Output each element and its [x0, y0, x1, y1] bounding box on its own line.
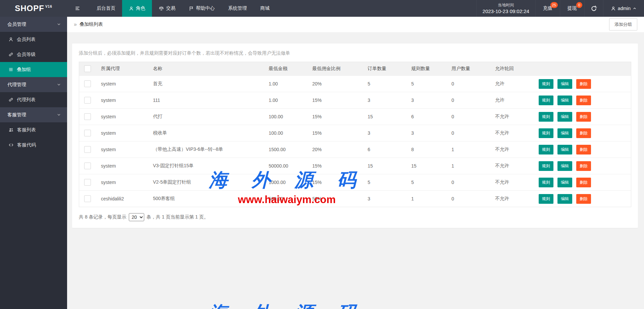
row-checkbox-cell	[79, 179, 96, 186]
row-checkbox[interactable]	[84, 146, 91, 153]
sidebar-item-member-list[interactable]: 会员列表	[0, 32, 67, 47]
cell-cycle: 不允许	[490, 179, 534, 185]
edit-button[interactable]: 编辑	[557, 128, 572, 138]
row-checkbox-cell	[79, 97, 96, 104]
table-row: system1111.0015%330允许规则编辑删除	[79, 92, 631, 108]
sidebar-item-service-list[interactable]: 客服列表	[0, 122, 67, 137]
row-checkbox[interactable]	[84, 163, 91, 169]
cell-rules: 1	[406, 196, 446, 201]
cell-orders: 15	[363, 163, 406, 169]
cell-ratio: 15%	[307, 98, 363, 103]
cell-ratio: 20%	[307, 81, 363, 86]
rules-button[interactable]: 规则	[539, 128, 553, 138]
edit-button[interactable]: 编辑	[557, 145, 572, 154]
local-time-value: 2023-10-23 09:02:24	[483, 8, 529, 14]
rules-button[interactable]: 规则	[539, 194, 553, 204]
rules-button[interactable]: 规则	[539, 161, 553, 171]
cell-name: 首充	[148, 81, 264, 87]
delete-button[interactable]: 删除	[576, 128, 591, 138]
row-checkbox[interactable]	[84, 97, 91, 104]
sidebar-item-member-level[interactable]: 会员等级	[0, 47, 67, 62]
delete-button[interactable]: 删除	[576, 194, 591, 204]
row-checkbox-cell	[79, 146, 96, 153]
edit-button[interactable]: 编辑	[557, 194, 572, 204]
sidebar-group-member-mgmt[interactable]: 会员管理	[0, 17, 67, 32]
cell-agent: system	[96, 180, 148, 185]
sidebar-item-service-code[interactable]: 客服代码	[0, 137, 67, 152]
scales-icon	[159, 6, 164, 11]
user-icon	[611, 6, 616, 11]
sidebar-group-agent-mgmt[interactable]: 代理管理	[0, 77, 67, 92]
delete-button[interactable]: 删除	[576, 79, 591, 89]
row-checkbox[interactable]	[84, 80, 91, 87]
column-header-name: 名称	[148, 66, 264, 72]
select-all-cell	[79, 65, 96, 72]
edit-button[interactable]: 编辑	[557, 96, 572, 105]
cell-name: V2-5单固定打针组	[148, 179, 264, 185]
page-title: 叠加组列表	[79, 21, 103, 27]
row-actions: 规则编辑删除	[534, 178, 631, 187]
delete-button[interactable]: 删除	[576, 161, 591, 171]
app-logo-version: V16	[45, 5, 52, 8]
chevron-down-icon	[57, 22, 61, 26]
cell-ratio: 50%	[307, 196, 363, 201]
select-all-checkbox[interactable]	[84, 65, 91, 72]
user-menu[interactable]: admin	[603, 0, 644, 17]
sidebar-item-agent-list[interactable]: 代理列表	[0, 92, 67, 107]
navbar-spacer	[276, 0, 476, 17]
table-row: system税收单100.0015%330不允许规则编辑删除	[79, 125, 631, 141]
row-checkbox[interactable]	[84, 130, 91, 136]
link-icon	[8, 52, 13, 57]
cell-agent: ceshidalili2	[96, 196, 148, 201]
row-checkbox[interactable]	[84, 179, 91, 186]
refresh-icon	[591, 5, 597, 12]
rules-button[interactable]: 规则	[539, 79, 553, 89]
cell-users: 0	[446, 114, 490, 119]
tab-mall[interactable]: 商城	[254, 0, 276, 17]
row-checkbox[interactable]	[84, 113, 91, 120]
rules-button[interactable]: 规则	[539, 112, 553, 122]
edit-button[interactable]: 编辑	[557, 112, 572, 122]
cell-ratio: 15%	[307, 180, 363, 185]
withdraw-button[interactable]: 提现 0	[560, 0, 584, 17]
delete-button[interactable]: 删除	[576, 178, 591, 187]
rules-button[interactable]: 规则	[539, 145, 553, 154]
row-checkbox[interactable]	[84, 195, 91, 202]
tab-system[interactable]: 系统管理	[221, 0, 254, 17]
edit-button[interactable]: 编辑	[557, 79, 572, 89]
sidebar-toggle-button[interactable]	[67, 0, 90, 17]
edit-button[interactable]: 编辑	[557, 178, 572, 187]
delete-button[interactable]: 删除	[576, 96, 591, 105]
delete-button[interactable]: 删除	[576, 112, 591, 122]
rules-button[interactable]: 规则	[539, 96, 553, 105]
sidebar-item-stack-group[interactable]: 叠加组	[0, 62, 67, 77]
tab-help-center[interactable]: 帮助中心	[182, 0, 221, 17]
row-checkbox-cell	[79, 113, 96, 120]
row-checkbox-cell	[79, 130, 96, 136]
cell-cycle: 允许	[490, 97, 534, 103]
row-checkbox-cell	[79, 163, 96, 169]
add-group-button[interactable]: 添加分组	[609, 18, 637, 30]
chevron-up-icon	[633, 6, 637, 10]
cell-agent: system	[96, 147, 148, 152]
refresh-button[interactable]	[584, 0, 603, 17]
row-actions: 规则编辑删除	[534, 96, 631, 105]
page-size-select[interactable]: 20	[129, 213, 144, 221]
cell-name: 111	[148, 98, 264, 103]
cell-cycle: 不允许	[490, 196, 534, 202]
tab-dashboard[interactable]: 后台首页	[90, 0, 122, 17]
edit-button[interactable]: 编辑	[557, 161, 572, 171]
tab-trade[interactable]: 交易	[152, 0, 182, 17]
column-header-rules: 规则数量	[406, 66, 446, 72]
recharge-button[interactable]: 充值 25	[535, 0, 560, 17]
tab-roles[interactable]: 角色	[122, 0, 152, 17]
rules-button[interactable]: 规则	[539, 178, 553, 187]
pagination-suffix: 条，共 1 页当前显示第 1 页。	[147, 214, 209, 220]
cell-agent: system	[96, 81, 148, 86]
local-time-label: 当地时间	[498, 2, 514, 8]
app-logo: SHOPF V16	[0, 0, 67, 17]
column-header-ratio: 最低佣金比例	[307, 66, 363, 72]
delete-button[interactable]: 删除	[576, 145, 591, 154]
sidebar-group-service-mgmt[interactable]: 客服管理	[0, 107, 67, 122]
row-actions: 规则编辑删除	[534, 145, 631, 154]
